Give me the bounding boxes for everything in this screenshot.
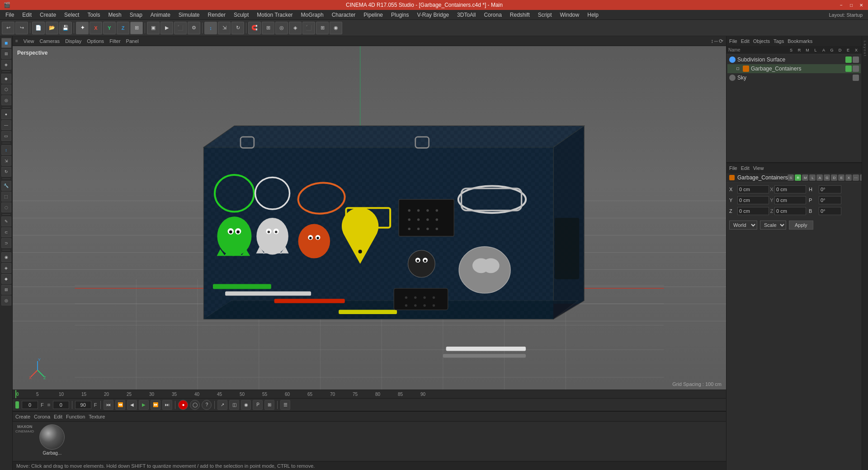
render-button[interactable]: ▶	[160, 22, 173, 34]
go-start-button[interactable]: ⏮	[104, 400, 113, 410]
lt-sculpt2[interactable]: ◈	[1, 263, 11, 273]
om-menu-objects[interactable]: Objects	[753, 38, 770, 44]
coord-x-input[interactable]	[737, 185, 769, 193]
tool-rotate[interactable]: ↻	[231, 22, 244, 34]
key-all[interactable]: ◉	[241, 400, 251, 410]
menu-pipeline[interactable]: Pipeline	[360, 11, 387, 19]
obj-vis-dot[interactable]	[845, 56, 852, 63]
play-reverse-button[interactable]: ◀	[127, 400, 137, 410]
menu-snap[interactable]: Snap	[126, 11, 146, 19]
mode-z[interactable]: Z	[117, 22, 129, 34]
apply-button[interactable]: Apply	[789, 221, 813, 230]
attr-icon-x[interactable]: X	[845, 174, 852, 181]
viewport-menu-view[interactable]: View	[24, 38, 34, 44]
menu-help[interactable]: Help	[584, 11, 602, 19]
coord-b-input[interactable]	[819, 207, 841, 215]
end-frame-input[interactable]	[75, 401, 91, 409]
mode-x[interactable]: X	[90, 22, 102, 34]
coord-h-input[interactable]	[819, 185, 841, 193]
record-keyframe[interactable]: ◯	[190, 400, 200, 410]
obj-garbage-containers[interactable]: Garbage_Containers	[727, 64, 861, 73]
open-button[interactable]: 📂	[46, 22, 58, 34]
viewport-menu-cameras[interactable]: Cameras	[40, 38, 60, 44]
om-menu-file[interactable]: File	[729, 38, 737, 44]
attr-icon-g[interactable]: G	[824, 174, 830, 181]
world-select[interactable]: World Local Object	[729, 221, 757, 230]
menu-plugins[interactable]: Plugins	[387, 11, 412, 19]
coord-z-input[interactable]	[737, 207, 769, 215]
lt-move[interactable]: ↕	[1, 145, 11, 155]
obj-expand-arrow[interactable]	[736, 67, 739, 70]
menu-render[interactable]: Render	[204, 11, 229, 19]
viewport-menu-options[interactable]: Options	[87, 38, 104, 44]
lt-texture-mode[interactable]: ◈	[1, 60, 11, 70]
lt-object[interactable]: ◆	[1, 74, 11, 84]
menu-script[interactable]: Script	[534, 11, 556, 19]
am-menu-view[interactable]: View	[753, 165, 764, 171]
viewport-menu-filter[interactable]: Filter	[109, 38, 120, 44]
record-button[interactable]: ●	[178, 400, 188, 410]
go-end-button[interactable]: ⏭	[162, 400, 172, 410]
deform-button[interactable]: ◎	[275, 22, 288, 34]
new-button[interactable]: 📄	[32, 22, 45, 34]
mat-menu-create[interactable]: Create	[15, 414, 30, 419]
fps-btn[interactable]: ⊞	[264, 400, 274, 410]
menu-vray[interactable]: V-Ray Bridge	[413, 11, 453, 19]
step-forward-button[interactable]: ⏩	[151, 400, 160, 410]
lt-sculpt3[interactable]: ◆	[1, 274, 11, 284]
lt-soft-selection[interactable]: ◌	[1, 202, 11, 212]
display-button[interactable]: ◈	[289, 22, 302, 34]
frame-value-input[interactable]	[53, 401, 69, 409]
coord-y-input[interactable]	[737, 196, 769, 204]
key-pos[interactable]: P	[253, 400, 263, 410]
menu-character[interactable]: Character	[328, 11, 359, 19]
mode-y[interactable]: Y	[103, 22, 116, 34]
lt-rotate[interactable]: ↻	[1, 167, 11, 177]
mat-menu-texture[interactable]: Texture	[89, 414, 105, 419]
obj-subdivision-surface[interactable]: Subdivision Surface	[727, 55, 861, 64]
menu-3dtoall[interactable]: 3DToAll	[453, 11, 479, 19]
close-button[interactable]: ✕	[858, 2, 864, 8]
extra-btn[interactable]: ☰	[280, 400, 290, 410]
obj-vis-dot2[interactable]	[845, 66, 852, 72]
menu-redshift[interactable]: Redshift	[506, 11, 533, 19]
snap-button[interactable]: 🧲	[248, 22, 261, 34]
render-settings[interactable]: ⚙	[188, 22, 200, 34]
viewport[interactable]: Perspective	[13, 46, 726, 390]
am-menu-edit[interactable]: Edit	[741, 165, 750, 171]
tool-move[interactable]: ↕	[204, 22, 217, 34]
obj-sky[interactable]: Sky	[727, 73, 861, 82]
menu-edit[interactable]: Edit	[19, 11, 35, 19]
grid-button[interactable]: ⊞	[262, 22, 274, 34]
lt-poly[interactable]: ▭	[1, 131, 11, 141]
undo-button[interactable]: ↩	[2, 22, 14, 34]
menu-sculpt[interactable]: Sculpt	[230, 11, 252, 19]
viewport-render[interactable]: ◉	[330, 22, 342, 34]
menu-tools[interactable]: Tools	[84, 11, 104, 19]
menu-window[interactable]: Window	[557, 11, 583, 19]
coord-p-input[interactable]	[819, 196, 841, 204]
om-menu-tags[interactable]: Tags	[774, 38, 784, 44]
menu-motion-tracker[interactable]: Motion Tracker	[253, 11, 296, 19]
viewport-solo[interactable]: ⬛	[302, 22, 315, 34]
obj-lock-dot2[interactable]	[853, 66, 859, 72]
step-back-button[interactable]: ⏪	[115, 400, 125, 410]
timeline-ruler[interactable]: 0 5 10 15 20 25 30 35 40 45 50 55 60 65 …	[13, 390, 726, 399]
viewport-4[interactable]: ⊞	[316, 22, 329, 34]
lt-scale[interactable]: ⇲	[1, 156, 11, 166]
lt-scene[interactable]: ⬡	[1, 85, 11, 94]
menu-animate[interactable]: Animate	[147, 11, 174, 19]
obj-vis-dot3[interactable]	[853, 75, 859, 81]
lt-sculpt1[interactable]: ◉	[1, 252, 11, 262]
render-region-button[interactable]: ▣	[147, 22, 160, 34]
lt-point[interactable]: ●	[1, 109, 11, 119]
attr-icon-r[interactable]: R	[795, 174, 801, 181]
am-menu-file[interactable]: File	[729, 165, 737, 171]
mode-model[interactable]: ✦	[76, 22, 89, 34]
lt-edge[interactable]: —	[1, 120, 11, 130]
coord-y-input2[interactable]	[774, 196, 806, 204]
menu-file[interactable]: File	[2, 11, 18, 19]
attr-icon-m[interactable]: M	[802, 174, 808, 181]
lt-pen[interactable]: ✎	[1, 216, 11, 226]
attr-icon-a[interactable]: A	[816, 174, 823, 181]
